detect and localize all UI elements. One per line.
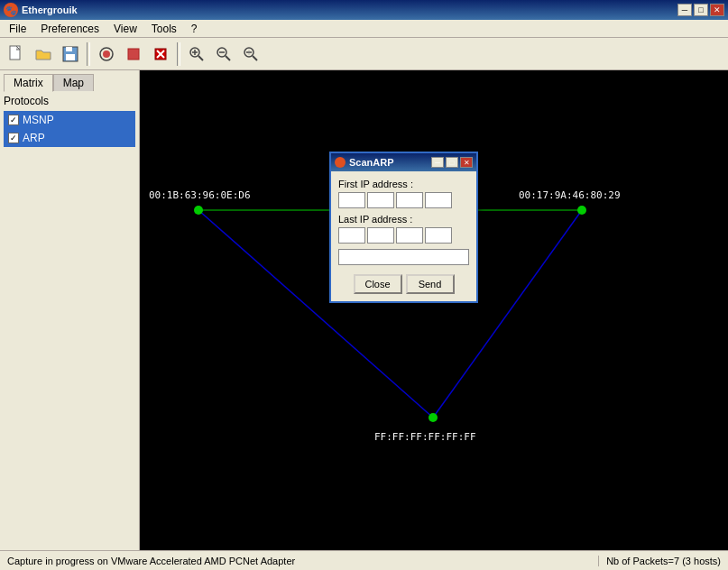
svg-text:00:17:9A:46:80:29: 00:17:9A:46:80:29: [519, 189, 621, 201]
title-controls[interactable]: ─ □ ✕: [677, 4, 724, 16]
canvas-area[interactable]: 00:1B:63:96:0E:D6 00:17:9A:46:80:29 FF:F…: [140, 70, 728, 550]
toolbar-save[interactable]: [58, 42, 83, 66]
title-bar: 🐾 Ethergrouik ─ □ ✕: [0, 0, 728, 20]
send-button[interactable]: Send: [406, 274, 455, 294]
menu-bar: File Preferences View Tools ?: [0, 20, 728, 38]
dialog-title-bar: ScanARP ─ □ ✕: [331, 153, 476, 171]
first-ip-octet4[interactable]: [425, 192, 452, 208]
menu-preferences[interactable]: Preferences: [33, 21, 106, 37]
close-button[interactable]: ✕: [710, 4, 724, 16]
last-ip-octet1[interactable]: [338, 227, 365, 244]
toolbar-clear[interactable]: [148, 42, 173, 66]
protocols-label: Protocols: [4, 95, 135, 107]
ip-extra-field[interactable]: [338, 249, 469, 265]
separator-1: [87, 42, 90, 66]
toolbar-zoom-in[interactable]: [184, 42, 209, 66]
status-left: Capture in progress on VMware Accelerate…: [7, 556, 591, 566]
status-bar: Capture in progress on VMware Accelerate…: [0, 550, 728, 570]
status-right: Nb of Packets=7 (3 hosts): [598, 556, 721, 566]
first-ip-octet2[interactable]: [367, 192, 394, 208]
msnp-label: MSNP: [23, 114, 54, 126]
dialog-restore[interactable]: □: [446, 157, 458, 168]
menu-tools[interactable]: Tools: [144, 21, 184, 37]
menu-help[interactable]: ?: [184, 21, 205, 37]
toolbar: [0, 38, 728, 70]
svg-text:00:1B:63:96:0E:D6: 00:1B:63:96:0E:D6: [149, 189, 251, 201]
separator-2: [177, 42, 180, 66]
tab-matrix[interactable]: Matrix: [4, 74, 53, 92]
svg-line-18: [253, 56, 257, 60]
dialog-buttons: Close Send: [338, 274, 469, 294]
scan-arp-dialog[interactable]: ScanARP ─ □ ✕ First IP address : Last IP…: [329, 152, 478, 303]
protocol-msnp[interactable]: ✓ MSNP: [4, 111, 135, 129]
first-ip-row: [338, 192, 469, 208]
toolbar-stop[interactable]: [121, 42, 146, 66]
dialog-title-icon: [335, 157, 346, 168]
dialog-title-text: ScanARP: [349, 157, 394, 168]
dialog-close[interactable]: ✕: [460, 157, 473, 168]
svg-rect-6: [128, 49, 139, 60]
left-panel: Matrix Map Protocols ✓ MSNP ✓ ARP: [0, 70, 140, 550]
menu-file[interactable]: File: [2, 21, 33, 37]
first-ip-label: First IP address :: [338, 179, 469, 189]
tab-map[interactable]: Map: [53, 74, 94, 91]
svg-rect-3: [66, 54, 75, 60]
tab-bar: Matrix Map: [4, 74, 135, 91]
title-bar-left: 🐾 Ethergrouik: [4, 3, 78, 17]
dialog-body: First IP address : Last IP address : Clo: [331, 171, 476, 301]
svg-point-24: [194, 206, 203, 215]
svg-point-5: [103, 51, 110, 58]
main-content: Matrix Map Protocols ✓ MSNP ✓ ARP: [0, 70, 728, 550]
arp-label: ARP: [23, 132, 45, 144]
close-button[interactable]: Close: [354, 274, 402, 294]
app-icon: 🐾: [4, 3, 18, 17]
svg-point-25: [577, 206, 586, 215]
maximize-button[interactable]: □: [694, 4, 708, 16]
app-title: Ethergrouik: [22, 5, 78, 15]
toolbar-open[interactable]: [31, 42, 56, 66]
svg-text:FF:FF:FF:FF:FF:FF: FF:FF:FF:FF:FF:FF: [374, 431, 476, 443]
dialog-controls[interactable]: ─ □ ✕: [431, 157, 473, 168]
svg-rect-2: [66, 47, 72, 51]
svg-point-26: [429, 413, 438, 422]
first-ip-octet3[interactable]: [396, 192, 423, 208]
svg-line-11: [198, 56, 203, 60]
last-ip-row: [338, 227, 469, 244]
last-ip-label: Last IP address :: [338, 214, 469, 225]
toolbar-zoom-out[interactable]: [211, 42, 236, 66]
last-ip-octet3[interactable]: [396, 227, 423, 244]
toolbar-capture[interactable]: [94, 42, 119, 66]
protocols-section: Protocols ✓ MSNP ✓ ARP: [4, 95, 135, 147]
last-ip-octet4[interactable]: [425, 227, 452, 244]
arp-checkbox[interactable]: ✓: [8, 133, 19, 143]
minimize-button[interactable]: ─: [677, 4, 692, 16]
network-visualization: 00:1B:63:96:0E:D6 00:17:9A:46:80:29 FF:F…: [140, 70, 728, 550]
svg-line-15: [226, 56, 230, 60]
toolbar-new[interactable]: [4, 42, 29, 66]
toolbar-zoom-fit[interactable]: [238, 42, 263, 66]
protocol-arp[interactable]: ✓ ARP: [4, 129, 135, 147]
last-ip-octet2[interactable]: [367, 227, 394, 244]
dialog-title-left: ScanARP: [335, 157, 394, 168]
menu-view[interactable]: View: [106, 21, 144, 37]
dialog-minimize[interactable]: ─: [431, 157, 444, 168]
first-ip-octet1[interactable]: [338, 192, 365, 208]
msnp-checkbox[interactable]: ✓: [8, 115, 19, 125]
